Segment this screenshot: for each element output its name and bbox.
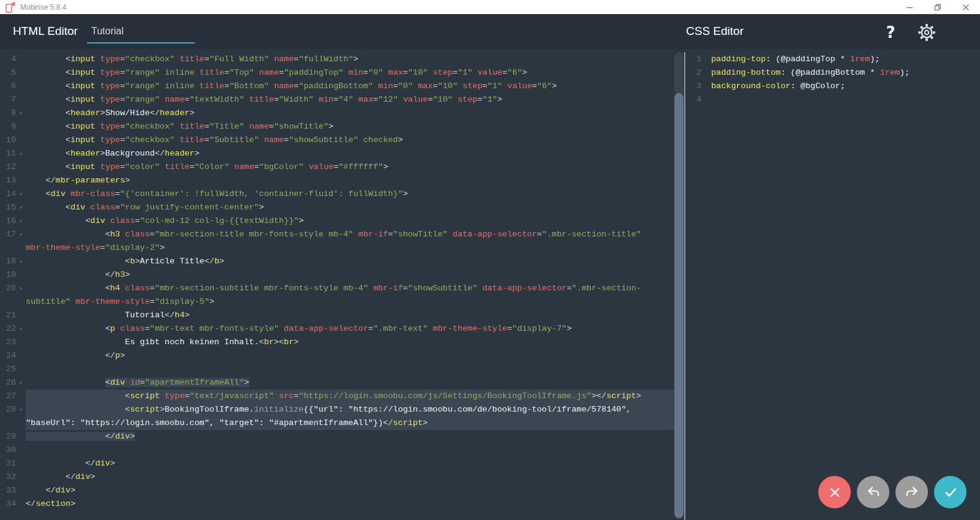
code-line-wrap[interactable]: subtitle" mbr-theme-style="display-5"> [0,295,674,309]
code-line-22[interactable]: 22▾ <p class="mbr-text mbr-fonts-style" … [0,322,674,336]
code-text [26,363,674,376]
code-line-3[interactable]: 3background-color: @bgColor; [685,80,980,93]
code-text: <h4 class="mbr-section-subtitle mbr-font… [26,282,674,295]
css-code-editor[interactable]: 1padding-top: (@paddingTop * 1rem);2padd… [685,49,980,520]
code-text: <input type="checkbox" title="Full Width… [26,53,674,66]
code-line-15[interactable]: 15▾ <div class="row justify-content-cent… [0,201,674,214]
fold-arrow-icon[interactable]: ▾ [16,322,26,336]
gear-icon [918,23,936,42]
code-text: <p class="mbr-text mbr-fonts-style" data… [26,322,674,336]
close-window-button[interactable] [952,0,980,14]
html-code-editor[interactable]: 4 <input type="checkbox" title="Full Wid… [0,49,674,520]
line-number-gutter: 12 [0,160,26,174]
fold-arrow-icon[interactable]: ▾ [16,187,26,201]
code-line-25[interactable]: 25 [0,363,674,376]
minimize-button[interactable] [895,0,924,14]
fold-arrow-icon[interactable]: ▾ [16,403,26,416]
line-number-gutter: 2 [685,66,711,80]
line-number-gutter: 3 [685,80,711,93]
code-line-26[interactable]: 26▾ <div id="apartmentIframeAll"> [0,376,674,390]
code-line-5[interactable]: 5 <input type="range" inline title="Top"… [0,66,674,80]
code-line-20[interactable]: 20▾ <h4 class="mbr-section-subtitle mbr-… [0,282,674,295]
help-button[interactable]: ? [880,23,901,42]
code-line-23[interactable]: 23 Es gibt noch keinen Inhalt.<br><br> [0,336,674,349]
code-line-24[interactable]: 24 </p> [0,349,674,363]
line-number-gutter: 16▾ [0,214,26,228]
code-line-34[interactable]: 34</section> [0,497,674,511]
code-line-9[interactable]: 9 <input type="checkbox" title="Title" n… [0,120,674,134]
fold-arrow-icon[interactable]: ▾ [16,282,26,295]
fold-arrow-icon[interactable]: ▾ [16,255,26,268]
code-line-33[interactable]: 33 </div> [0,484,674,497]
line-number-gutter: 5 [0,66,26,80]
code-text: <div class="col-md-12 col-lg-{{textWidth… [26,214,674,228]
code-text: <input type="range" name="textWidth" tit… [26,93,674,107]
code-line-7[interactable]: 7 <input type="range" name="textWidth" t… [0,93,674,107]
fold-arrow-icon[interactable]: ▾ [16,201,26,214]
code-text: <header>Show/Hide</header> [26,107,674,120]
line-number-gutter: 18▾ [0,255,26,268]
code-line-2[interactable]: 2padding-bottom: (@paddingBottom * 1rem)… [685,66,980,80]
line-number-gutter: 15▾ [0,201,26,214]
line-number-gutter: 31 [0,457,26,470]
code-line-12[interactable]: 12 <input type="color" title="Color" nam… [0,160,674,174]
line-number-gutter: 10 [0,134,26,147]
fold-arrow-icon[interactable]: ▾ [16,147,26,160]
settings-button[interactable] [916,23,937,42]
code-text: <input type="range" inline title="Top" n… [26,66,674,80]
code-text: Es gibt noch keinen Inhalt.<br><br> [26,336,674,349]
scrollbar-thumb[interactable] [674,93,684,518]
code-line-31[interactable]: 31 </div> [0,457,674,470]
code-line-28[interactable]: 28▾ <script>BookingToolIframe.initialize… [0,403,674,416]
code-line-11[interactable]: 11▾ <header>Background</header> [0,147,674,160]
code-text: <header>Background</header> [26,147,674,160]
css-editor-title: CSS Editor [686,24,744,38]
redo-button[interactable] [895,476,928,508]
line-number-gutter: 7 [0,93,26,107]
code-line-21[interactable]: 21 Tutorial</h4> [0,309,674,322]
line-number-gutter: 33 [0,484,26,497]
code-line-wrap[interactable]: "baseUrl": "https://login.smoobu.com", "… [0,416,674,430]
question-icon: ? [886,23,895,42]
code-line-wrap[interactable]: mbr-theme-style="display-2"> [0,241,674,255]
apply-button[interactable] [934,476,967,508]
fold-arrow-icon[interactable]: ▾ [16,376,26,390]
window-title: Mobirise 5.8.4 [20,3,66,12]
code-line-19[interactable]: 19 </h3> [0,268,674,282]
code-line-1[interactable]: 1padding-top: (@paddingTop * 1rem); [685,53,980,66]
tab-tutorial[interactable]: Tutorial [87,14,195,49]
discard-button[interactable] [818,476,851,508]
fold-arrow-icon[interactable]: ▾ [16,228,26,241]
scrollbar-track[interactable] [674,52,684,96]
code-line-27[interactable]: 27 <script type="text/javascript" src="h… [0,390,674,403]
code-text: <script type="text/javascript" src="http… [26,390,674,403]
window-titlebar: Mobirise 5.8.4 [0,0,980,14]
fold-arrow-icon[interactable]: ▾ [16,214,26,228]
code-line-8[interactable]: 8▾ <header>Show/Hide</header> [0,107,674,120]
code-line-13[interactable]: 13 </mbr-parameters> [0,174,674,187]
code-text: </div> [26,457,674,470]
code-line-29[interactable]: 29 </div> [0,430,674,443]
code-text: </div> [26,430,674,443]
line-number-gutter: 32 [0,470,26,484]
line-number-gutter: 4 [0,53,26,66]
fold-arrow-icon[interactable]: ▾ [16,107,26,120]
line-number-gutter: 25 [0,363,26,376]
code-line-4[interactable]: 4 [685,93,980,107]
code-line-4[interactable]: 4 <input type="checkbox" title="Full Wid… [0,53,674,66]
restore-button[interactable] [924,0,952,14]
line-number-gutter [0,241,26,255]
code-line-32[interactable]: 32 </div> [0,470,674,484]
undo-button[interactable] [857,476,889,508]
line-number-gutter: 30 [0,443,26,457]
code-line-18[interactable]: 18▾ <b>Article Title</b> [0,255,674,268]
editor-scrollbar [674,49,684,520]
code-line-14[interactable]: 14▾ <div mbr-class="{'container': !fullW… [0,187,674,201]
code-line-30[interactable]: 30 [0,443,674,457]
code-line-16[interactable]: 16▾ <div class="col-md-12 col-lg-{{textW… [0,214,674,228]
code-line-10[interactable]: 10 <input type="checkbox" title="Subtitl… [0,134,674,147]
code-text: <div id="apartmentIframeAll"> [26,376,674,390]
code-line-6[interactable]: 6 <input type="range" inline title="Bott… [0,80,674,93]
line-number-gutter: 4 [685,93,711,107]
code-line-17[interactable]: 17▾ <h3 class="mbr-section-title mbr-fon… [0,228,674,241]
